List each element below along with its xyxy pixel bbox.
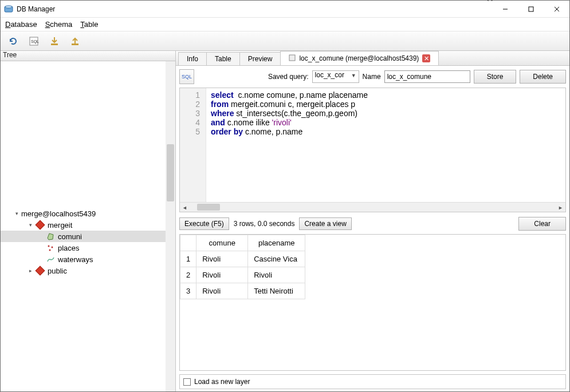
svg-point-11 xyxy=(48,246,50,247)
right-panel: Info Table Preview loc_x_comune (merge@l… xyxy=(176,51,569,391)
maximize-button[interactable] xyxy=(518,1,544,17)
refresh-button[interactable] xyxy=(5,33,21,49)
delete-button[interactable]: Delete xyxy=(520,70,566,84)
line-layer-icon xyxy=(45,255,56,264)
saved-query-combo[interactable]: loc_x_cor xyxy=(312,70,359,83)
tree-node-connection[interactable]: ▾ merge@localhost5439 xyxy=(1,208,175,219)
tree-label: places xyxy=(58,244,80,252)
tab-close-button[interactable]: ✕ xyxy=(422,54,430,62)
results-grid[interactable]: comune placename 1 Rivoli Cascine Vica 2… xyxy=(179,234,566,371)
svg-text:SQL: SQL xyxy=(31,39,39,44)
body: Tree ▾ merge@localhost5439 ▾ mergeit com… xyxy=(1,51,569,391)
point-layer-icon xyxy=(45,243,56,252)
table-row[interactable]: 2 Rivoli Rivoli xyxy=(180,267,305,283)
tab-label: loc_x_comune (merge@localhost5439) xyxy=(299,54,419,62)
menu-table[interactable]: Table xyxy=(80,20,98,29)
results-table: comune placename 1 Rivoli Cascine Vica 2… xyxy=(180,235,305,299)
table-header-row: comune placename xyxy=(180,235,305,251)
sql-editor[interactable]: 12345 select c.nome comune, p.name place… xyxy=(179,88,566,212)
menu-schema[interactable]: Schema xyxy=(45,20,73,29)
editor-gutter: 12345 xyxy=(180,88,206,202)
tree-label: public xyxy=(48,267,67,275)
caret-down-icon: ▾ xyxy=(12,211,21,216)
caret-down-icon: ▾ xyxy=(26,222,35,228)
table-row[interactable]: 1 Rivoli Cascine Vica xyxy=(180,251,305,267)
tabstrip: Info Table Preview loc_x_comune (merge@l… xyxy=(176,51,569,66)
tree-node-schema-mergeit[interactable]: ▾ mergeit xyxy=(1,219,175,231)
execute-bar: Execute (F5) 3 rows, 0.0 seconds Create … xyxy=(179,216,566,232)
tree-label: mergeit xyxy=(48,221,72,229)
svg-rect-8 xyxy=(51,43,58,45)
tree-header: Tree xyxy=(1,51,175,61)
name-label: Name xyxy=(363,73,381,81)
execute-button[interactable]: Execute (F5) xyxy=(179,217,229,230)
tree-body[interactable]: ▾ merge@localhost5439 ▾ mergeit comuni p… xyxy=(1,61,175,391)
svg-point-1 xyxy=(5,6,12,8)
resize-indicator-icon: ↔ xyxy=(485,0,495,6)
clear-button[interactable]: Clear xyxy=(518,217,566,231)
minimize-button[interactable] xyxy=(492,1,518,17)
editor-scroll-thumb[interactable] xyxy=(197,204,220,211)
tree-label: comuni xyxy=(58,232,82,241)
query-area: SQL Saved query: loc_x_cor Name Store De… xyxy=(176,66,569,391)
tab-preview[interactable]: Preview xyxy=(239,52,281,65)
execute-status: 3 rows, 0.0 seconds xyxy=(234,220,295,228)
table-row[interactable]: 3 Rivoli Tetti Neirotti xyxy=(180,283,305,299)
svg-rect-14 xyxy=(289,55,295,61)
tree-node-table-places[interactable]: places xyxy=(1,242,175,254)
tree-node-schema-public[interactable]: ▸ public xyxy=(1,265,175,276)
svg-marker-10 xyxy=(48,233,53,240)
sql-window-button[interactable]: SQL xyxy=(26,33,42,49)
tree-scroll-thumb[interactable] xyxy=(167,144,174,201)
tree-node-table-waterways[interactable]: waterways xyxy=(1,254,175,265)
tree-scrollbar[interactable] xyxy=(166,61,175,391)
query-tab-icon xyxy=(289,54,296,63)
window-title: DB Manager xyxy=(17,5,55,13)
export-button[interactable] xyxy=(67,33,83,49)
column-header-placename[interactable]: placename xyxy=(248,235,305,251)
toolbar: SQL xyxy=(1,31,569,51)
app-icon xyxy=(4,5,13,14)
query-toolbar: SQL Saved query: loc_x_cor Name Store De… xyxy=(179,68,566,85)
scroll-right-icon[interactable]: ► xyxy=(556,203,565,212)
tree-label: waterways xyxy=(58,255,93,264)
schema-icon xyxy=(35,220,45,229)
query-name-input[interactable] xyxy=(384,70,470,83)
tab-query[interactable]: loc_x_comune (merge@localhost5439) ✕ xyxy=(280,51,439,65)
tree-node-table-comuni[interactable]: comuni xyxy=(1,231,175,242)
schema-icon xyxy=(35,266,45,275)
menubar: Database Schema Table xyxy=(1,18,569,31)
load-layer-row: Load as new layer xyxy=(179,374,566,389)
create-view-button[interactable]: Create a view xyxy=(299,217,351,230)
svg-rect-3 xyxy=(529,7,533,11)
import-button[interactable] xyxy=(46,33,62,49)
app-window: ↔ DB Manager Database Schema Table SQL xyxy=(0,0,570,392)
tab-info[interactable]: Info xyxy=(178,52,207,65)
svg-rect-9 xyxy=(72,43,78,45)
store-button[interactable]: Store xyxy=(474,70,517,84)
editor-hscrollbar[interactable]: ◄ ► xyxy=(180,202,565,212)
editor-code[interactable]: select c.nome comune, p.name placename f… xyxy=(206,88,565,202)
saved-query-label: Saved query: xyxy=(268,73,309,81)
tree-label: merge@localhost5439 xyxy=(21,209,96,218)
caret-right-icon: ▸ xyxy=(26,268,35,274)
scroll-left-icon[interactable]: ◄ xyxy=(180,203,190,212)
svg-point-12 xyxy=(52,247,53,248)
close-button[interactable] xyxy=(544,1,569,17)
load-as-new-layer-checkbox[interactable] xyxy=(183,378,191,386)
tab-table[interactable]: Table xyxy=(206,52,240,65)
column-header-comune[interactable]: comune xyxy=(196,235,248,251)
load-as-new-layer-label: Load as new layer xyxy=(194,378,250,386)
polygon-layer-icon xyxy=(45,232,56,241)
tree-panel: Tree ▾ merge@localhost5439 ▾ mergeit com… xyxy=(1,51,176,391)
svg-point-13 xyxy=(49,250,51,251)
menu-database[interactable]: Database xyxy=(5,20,37,29)
row-number-header xyxy=(180,235,196,251)
sql-title-icon[interactable]: SQL xyxy=(179,69,194,84)
